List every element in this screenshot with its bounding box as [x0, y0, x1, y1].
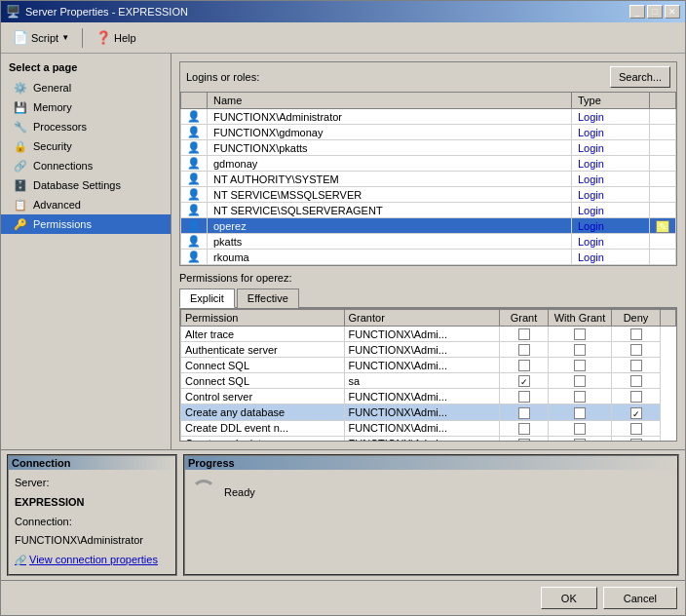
sidebar-item-permissions[interactable]: 🔑 Permissions [1, 214, 171, 234]
login-row[interactable]: 👤 FUNCTIONX\pkatts Login [181, 140, 676, 156]
sidebar-item-database-settings[interactable]: 🗄️ Database Settings [1, 175, 171, 195]
search-button[interactable]: Search... [610, 66, 670, 88]
login-edit-cell: ✎ [650, 218, 676, 234]
perm-deny-cell [612, 342, 661, 358]
login-row[interactable]: 👤 pkatts Login [181, 234, 676, 250]
perm-with-grant-cell [549, 389, 612, 404]
sidebar-item-general[interactable]: ⚙️ General [1, 78, 171, 97]
login-row[interactable]: 👤 gdmonay Login [181, 156, 676, 172]
login-icon-cell: 👤 [181, 109, 208, 125]
deny-checkbox[interactable] [630, 360, 642, 371]
permission-row[interactable]: Authenticate server FUNCTIONX\Admi... [181, 342, 676, 358]
connection-link-label: View connection properties [29, 551, 158, 570]
permissions-icon: 🔑 [13, 216, 28, 232]
help-button[interactable]: ❓ Help [90, 27, 142, 49]
deny-checkbox[interactable] [630, 391, 642, 403]
grant-checkbox[interactable] [518, 407, 530, 419]
permission-row[interactable]: Create endpoint FUNCTIONX\Admi... [181, 436, 676, 442]
script-button[interactable]: 📄 Script ▼ [7, 27, 75, 49]
grant-checkbox[interactable] [518, 391, 530, 403]
with-grant-checkbox[interactable] [574, 328, 586, 340]
login-row[interactable]: 👤 operez Login ✎ [181, 218, 676, 234]
permission-row[interactable]: Alter trace FUNCTIONX\Admi... [181, 327, 676, 342]
deny-checkbox[interactable] [630, 375, 642, 387]
logins-header: Logins or roles: Search... [180, 62, 676, 92]
with-grant-checkbox[interactable] [574, 439, 586, 442]
grant-checkbox[interactable] [518, 375, 530, 387]
connection-box: Connection Server: EXPRESSION Connection… [7, 454, 177, 576]
sidebar-item-processors[interactable]: 🔧 Processors [1, 117, 171, 136]
deny-checkbox[interactable] [630, 407, 642, 419]
sidebar-header: Select a page [1, 58, 171, 78]
grant-checkbox[interactable] [518, 328, 530, 340]
login-row[interactable]: 👤 NT AUTHORITY\SYSTEM Login [181, 172, 676, 187]
with-grant-checkbox[interactable] [574, 344, 586, 356]
with-grant-checkbox[interactable] [574, 360, 586, 371]
maximize-button[interactable]: □ [647, 5, 663, 19]
with-grant-checkbox[interactable] [574, 423, 586, 435]
perm-grant-cell [500, 358, 549, 373]
ok-button[interactable]: OK [541, 587, 597, 609]
login-edit-cell [650, 250, 676, 265]
permission-row[interactable]: Connect SQL sa [181, 373, 676, 389]
login-icon-cell: 👤 [181, 187, 208, 203]
sidebar-label-processors: Processors [33, 121, 87, 133]
close-button[interactable]: ✕ [665, 5, 680, 19]
view-connection-properties-link[interactable]: 🔗 View connection properties [15, 551, 170, 570]
perm-col-deny: Deny [612, 310, 661, 327]
sidebar-item-advanced[interactable]: 📋 Advanced [1, 195, 171, 214]
login-name-cell: rkouma [208, 250, 572, 265]
logins-table-container[interactable]: Name Type 👤 FUNCTIONX\Administrator Logi… [180, 92, 676, 265]
logins-label: Logins or roles: [186, 71, 259, 83]
login-name-cell: FUNCTIONX\Administrator [208, 109, 572, 125]
perm-grantor-cell: FUNCTIONX\Admi... [344, 358, 500, 373]
sidebar-label-db-settings: Database Settings [33, 179, 121, 191]
perm-grant-cell [500, 404, 549, 420]
login-row[interactable]: 👤 NT SERVICE\SQLSERVERAGENT Login [181, 203, 676, 218]
with-grant-checkbox[interactable] [574, 407, 586, 419]
advanced-icon: 📋 [13, 197, 28, 212]
grant-checkbox[interactable] [518, 439, 530, 442]
tab-effective[interactable]: Effective [237, 289, 299, 308]
login-type-cell: Login [572, 125, 650, 140]
permission-row[interactable]: Create any database FUNCTIONX\Admi... [181, 404, 676, 420]
deny-checkbox[interactable] [630, 439, 642, 442]
cancel-button[interactable]: Cancel [603, 587, 677, 609]
sidebar: Select a page ⚙️ General 💾 Memory 🔧 Proc… [1, 54, 172, 449]
with-grant-checkbox[interactable] [574, 375, 586, 387]
login-name-cell: pkatts [208, 234, 572, 250]
permission-row[interactable]: Control server FUNCTIONX\Admi... [181, 389, 676, 404]
tab-explicit[interactable]: Explicit [179, 289, 235, 308]
login-row[interactable]: 👤 rkouma Login [181, 250, 676, 265]
script-label: Script [31, 32, 58, 44]
perm-deny-cell [612, 404, 661, 420]
deny-checkbox[interactable] [630, 423, 642, 435]
login-row[interactable]: 👤 NT SERVICE\MSSQLSERVER Login [181, 187, 676, 203]
login-icon-cell: 👤 [181, 250, 208, 265]
login-icon-cell: 👤 [181, 140, 208, 156]
deny-checkbox[interactable] [630, 344, 642, 356]
main-window: 🖥️ Server Properties - EXPRESSION _ □ ✕ … [0, 0, 686, 616]
perm-grant-cell [500, 389, 549, 404]
grant-checkbox[interactable] [518, 344, 530, 356]
memory-icon: 💾 [13, 99, 28, 115]
sidebar-item-security[interactable]: 🔒 Security [1, 136, 171, 156]
login-edit-cell [650, 187, 676, 203]
sidebar-label-security: Security [33, 140, 72, 152]
with-grant-checkbox[interactable] [574, 391, 586, 403]
permissions-table-container[interactable]: Permission Grantor Grant With Grant Deny… [179, 308, 677, 442]
perm-deny-cell [612, 420, 661, 436]
sidebar-item-connections[interactable]: 🔗 Connections [1, 156, 171, 175]
minimize-button[interactable]: _ [629, 5, 645, 19]
deny-checkbox[interactable] [630, 328, 642, 340]
grant-checkbox[interactable] [518, 360, 530, 371]
perm-grantor-cell: sa [344, 373, 500, 389]
login-row[interactable]: 👤 FUNCTIONX\gdmonay Login [181, 125, 676, 140]
login-edit-cell [650, 203, 676, 218]
sidebar-item-memory[interactable]: 💾 Memory [1, 97, 171, 117]
grant-checkbox[interactable] [518, 423, 530, 435]
permission-row[interactable]: Connect SQL FUNCTIONX\Admi... [181, 358, 676, 373]
permission-row[interactable]: Create DDL event n... FUNCTIONX\Admi... [181, 420, 676, 436]
login-row[interactable]: 👤 FUNCTIONX\Administrator Login [181, 109, 676, 125]
bottom-section: Connection Server: EXPRESSION Connection… [1, 449, 685, 580]
